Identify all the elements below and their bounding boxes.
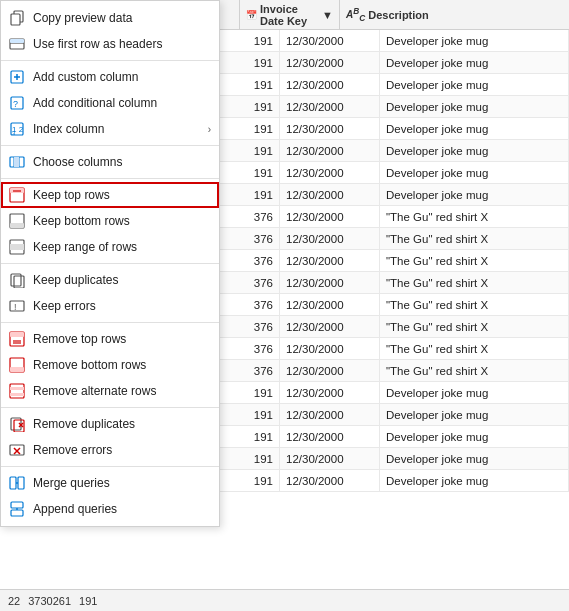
menu-item-append-queries[interactable]: Append queries [1, 496, 219, 522]
menu-item-label: Remove top rows [33, 332, 126, 346]
append-icon [9, 501, 25, 517]
menu-item-add-conditional-col[interactable]: ?Add conditional column [1, 90, 219, 116]
menu-item-remove-bottom-rows[interactable]: Remove bottom rows [1, 352, 219, 378]
cell-invoice-date: 12/30/2000 [280, 272, 380, 293]
cell-invoice-date: 12/30/2000 [280, 52, 380, 73]
table-row: 376 12/30/2000 "The Gu" red shirt X [220, 250, 569, 272]
remove-errors-icon [9, 442, 25, 458]
cell-sale-key: 376 [220, 228, 280, 249]
col-header-invoice-date[interactable]: 📅 Invoice Date Key ▼ [240, 0, 340, 29]
cell-sale-key: 191 [220, 140, 280, 161]
col-header-description[interactable]: ABC Description [340, 0, 569, 29]
menu-item-index-column[interactable]: 1 23Index column› [1, 116, 219, 142]
cell-invoice-date: 12/30/2000 [280, 140, 380, 161]
keep-errors-icon: ! [9, 298, 25, 314]
custom-col-icon [9, 69, 25, 85]
table-row: 191 12/30/2000 Developer joke mug [220, 74, 569, 96]
cell-invoice-date: 12/30/2000 [280, 360, 380, 381]
context-menu: Copy preview dataUse first row as header… [0, 0, 220, 527]
cell-sale-key: 191 [220, 184, 280, 205]
svg-rect-23 [10, 244, 24, 250]
remove-alt-icon [9, 383, 25, 399]
cell-description: "The Gu" red shirt X [380, 228, 569, 249]
cell-description: "The Gu" red shirt X [380, 206, 569, 227]
menu-item-keep-errors[interactable]: !Keep errors [1, 293, 219, 319]
menu-item-label: Choose columns [33, 155, 122, 169]
index-icon: 1 23 [9, 121, 25, 137]
footer-value: 3730261 [28, 595, 71, 607]
cell-sale-key: 376 [220, 360, 280, 381]
table-row: 376 12/30/2000 "The Gu" red shirt X [220, 272, 569, 294]
cell-invoice-date: 12/30/2000 [280, 448, 380, 469]
menu-item-keep-top-rows[interactable]: Keep top rows [1, 182, 219, 208]
table-row: 376 12/30/2000 "The Gu" red shirt X [220, 360, 569, 382]
cell-description: Developer joke mug [380, 74, 569, 95]
menu-item-label: Keep top rows [33, 188, 110, 202]
menu-item-label: Use first row as headers [33, 37, 162, 51]
cell-description: "The Gu" red shirt X [380, 316, 569, 337]
conditional-col-icon: ? [9, 95, 25, 111]
copy-icon [9, 10, 25, 26]
menu-item-label: Keep errors [33, 299, 96, 313]
menu-item-label: Add custom column [33, 70, 138, 84]
cell-sale-key: 376 [220, 250, 280, 271]
cell-invoice-date: 12/30/2000 [280, 30, 380, 51]
menu-item-remove-alternate-rows[interactable]: Remove alternate rows [1, 378, 219, 404]
table-row: 191 12/30/2000 Developer joke mug [220, 52, 569, 74]
menu-item-use-first-row[interactable]: Use first row as headers [1, 31, 219, 57]
svg-rect-21 [10, 223, 24, 228]
menu-item-label: Keep bottom rows [33, 214, 130, 228]
menu-item-add-custom-col[interactable]: Add custom column [1, 64, 219, 90]
cell-sale-key: 376 [220, 338, 280, 359]
invoice-date-dropdown[interactable]: ▼ [322, 9, 333, 21]
table-row: 191 12/30/2000 Developer joke mug [220, 96, 569, 118]
menu-item-merge-queries[interactable]: Merge queries [1, 470, 219, 496]
menu-item-label: Remove alternate rows [33, 384, 156, 398]
table-row: 191 12/30/2000 Developer joke mug [220, 184, 569, 206]
cell-description: Developer joke mug [380, 96, 569, 117]
svg-rect-1 [11, 14, 20, 25]
menu-item-keep-bottom-rows[interactable]: Keep bottom rows [1, 208, 219, 234]
menu-item-remove-errors[interactable]: Remove errors [1, 437, 219, 463]
svg-text:?: ? [13, 99, 18, 109]
menu-item-label: Index column [33, 122, 104, 136]
cell-invoice-date: 12/30/2000 [280, 404, 380, 425]
cell-description: Developer joke mug [380, 140, 569, 161]
table-row: 376 12/30/2000 "The Gu" red shirt X [220, 228, 569, 250]
table-body: 191 12/30/2000 Developer joke mug 191 12… [220, 30, 569, 589]
keep-bottom-icon [9, 213, 25, 229]
menu-item-copy-preview[interactable]: Copy preview data [1, 5, 219, 31]
cell-invoice-date: 12/30/2000 [280, 294, 380, 315]
svg-rect-45 [18, 477, 24, 489]
cell-description: Developer joke mug [380, 382, 569, 403]
menu-item-choose-columns[interactable]: Choose columns [1, 149, 219, 175]
cell-description: "The Gu" red shirt X [380, 294, 569, 315]
table-row: 191 12/30/2000 Developer joke mug [220, 30, 569, 52]
menu-item-label: Append queries [33, 502, 117, 516]
menu-item-label: Add conditional column [33, 96, 157, 110]
cell-sale-key: 191 [220, 426, 280, 447]
menu-separator [1, 466, 219, 467]
menu-item-label: Merge queries [33, 476, 110, 490]
menu-item-label: Copy preview data [33, 11, 132, 25]
svg-text:!: ! [14, 302, 17, 312]
cell-invoice-date: 12/30/2000 [280, 162, 380, 183]
menu-separator [1, 263, 219, 264]
cell-invoice-date: 12/30/2000 [280, 74, 380, 95]
remove-bottom-icon [9, 357, 25, 373]
col-label-description: Description [368, 9, 429, 21]
menu-item-keep-duplicates[interactable]: Keep duplicates [1, 267, 219, 293]
cell-sale-key: 191 [220, 448, 280, 469]
cell-sale-key: 191 [220, 404, 280, 425]
cell-sale-key: 191 [220, 162, 280, 183]
menu-item-label: Remove errors [33, 443, 112, 457]
table-row: 191 12/30/2000 Developer joke mug [220, 162, 569, 184]
merge-icon [9, 475, 25, 491]
cell-description: "The Gu" red shirt X [380, 338, 569, 359]
menu-item-keep-range-rows[interactable]: Keep range of rows [1, 234, 219, 260]
menu-item-remove-duplicates[interactable]: Remove duplicates [1, 411, 219, 437]
keep-dup-icon [9, 272, 25, 288]
menu-item-remove-top-rows[interactable]: Remove top rows [1, 326, 219, 352]
cell-invoice-date: 12/30/2000 [280, 426, 380, 447]
cell-description: "The Gu" red shirt X [380, 250, 569, 271]
